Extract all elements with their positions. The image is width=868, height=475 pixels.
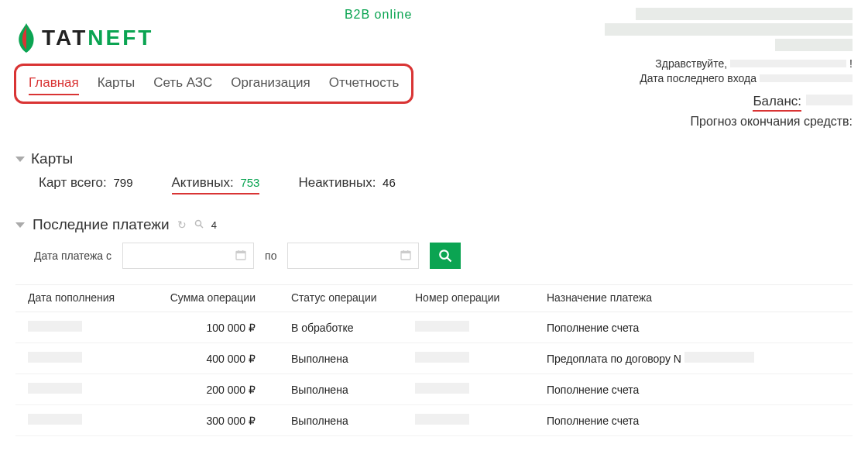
nav-cards[interactable]: Карты [98, 72, 135, 95]
logo-part2: NEFT [87, 26, 153, 50]
b2b-label: B2B online [14, 8, 413, 22]
table-row: 100 000 ₽В обработкеПополнение счета [15, 312, 853, 343]
date-redacted [28, 352, 82, 363]
nav-stations[interactable]: Сеть АЗС [153, 72, 212, 95]
payments-section-header[interactable]: Последние платежи ↻ 4 [15, 216, 853, 233]
table-row: 300 000 ₽ВыполненаПополнение счета [15, 405, 853, 436]
user-info-redacted [558, 8, 853, 51]
date-redacted [28, 321, 82, 332]
hello-label: Здравствуйте, [655, 57, 727, 70]
cards-total-value: 799 [113, 176, 132, 189]
status-cell: Выполнена [279, 343, 403, 374]
svg-point-0 [195, 221, 201, 226]
amount-cell: 400 000 ₽ [155, 343, 279, 374]
cards-active-value: 753 [240, 176, 259, 189]
amount-cell: 200 000 ₽ [155, 374, 279, 405]
calendar-icon [235, 249, 247, 263]
purpose-cell: Пополнение счета [534, 312, 853, 343]
user-name-redacted [730, 60, 846, 67]
purpose-cell: Пополнение счета [534, 405, 853, 436]
balance-value-redacted [806, 95, 853, 105]
nav-reports[interactable]: Отчетность [329, 72, 400, 95]
payments-title: Последние платежи [33, 216, 170, 233]
amount-cell: 300 000 ₽ [155, 405, 279, 436]
cards-inactive-value: 46 [383, 176, 396, 189]
date-to-label: по [265, 250, 276, 262]
col-status: Статус операции [279, 285, 403, 312]
col-amount: Сумма операции [155, 285, 279, 312]
number-redacted [415, 321, 469, 332]
number-redacted [415, 414, 469, 425]
number-redacted [415, 352, 469, 363]
flame-icon [14, 22, 39, 54]
collapse-icon [15, 222, 25, 228]
date-redacted [28, 414, 82, 425]
logo-part1: TAT [42, 26, 87, 50]
svg-rect-3 [236, 251, 245, 253]
nav-main[interactable]: Главная [29, 72, 79, 95]
cards-title: Карты [31, 150, 73, 167]
cards-inactive-label: Неактивных: [298, 175, 376, 190]
cards-section-header[interactable]: Карты [15, 150, 853, 167]
purpose-cell: Пополнение счета [534, 374, 853, 405]
purpose-cell: Предоплата по договору N [534, 343, 853, 374]
status-cell: Выполнена [279, 374, 403, 405]
logo[interactable]: TATNEFT [14, 22, 413, 54]
hello-exclaim: ! [849, 57, 853, 70]
cards-total-label: Карт всего: [39, 175, 107, 190]
calendar-icon [400, 249, 412, 263]
date-to-input[interactable] [287, 243, 419, 269]
svg-line-11 [448, 257, 451, 261]
forecast-label: Прогноз окончания средств: [558, 115, 853, 129]
col-purpose: Назначение платежа [534, 285, 853, 312]
last-login-label: Дата последнего входа [640, 72, 756, 84]
date-from-input[interactable] [122, 243, 254, 269]
date-redacted [28, 383, 82, 394]
amount-cell: 100 000 ₽ [155, 312, 279, 343]
svg-rect-7 [401, 251, 410, 253]
search-icon [438, 249, 452, 263]
nav-tabs: Главная Карты Сеть АЗС Организация Отчет… [14, 64, 413, 104]
table-row: 400 000 ₽ВыполненаПредоплата по договору… [15, 343, 853, 374]
payments-table: Дата пополнения Сумма операции Статус оп… [15, 284, 853, 436]
col-number: Номер операции [403, 285, 534, 312]
svg-line-1 [200, 225, 203, 229]
payments-count: 4 [211, 219, 217, 231]
search-icon[interactable] [194, 219, 204, 231]
col-date: Дата пополнения [15, 285, 155, 312]
cards-active-label: Активных: [172, 175, 234, 190]
status-cell: В обработке [279, 312, 403, 343]
table-row: 200 000 ₽ВыполненаПополнение счета [15, 374, 853, 405]
svg-point-10 [441, 250, 449, 259]
date-from-label: Дата платежа с [34, 250, 112, 262]
last-login-redacted [760, 74, 853, 82]
search-button[interactable] [430, 243, 461, 269]
balance-label: Баланс: [753, 94, 801, 112]
nav-organization[interactable]: Организация [231, 72, 310, 95]
collapse-icon [15, 157, 25, 162]
number-redacted [415, 383, 469, 394]
refresh-icon[interactable]: ↻ [177, 219, 187, 231]
status-cell: Выполнена [279, 405, 403, 436]
